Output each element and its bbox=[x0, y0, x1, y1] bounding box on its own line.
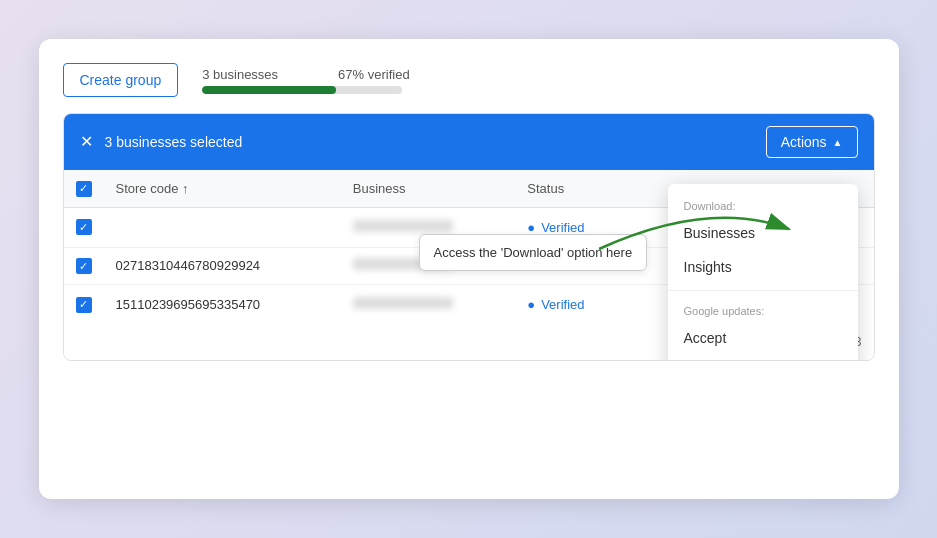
row1-checkbox-cell: ✓ bbox=[64, 207, 104, 247]
verified-icon: ● bbox=[527, 220, 535, 235]
col-status: Status bbox=[515, 170, 662, 207]
annotation-box: Access the 'Download' option here bbox=[419, 234, 648, 271]
row3-status: ● Verified bbox=[515, 285, 662, 325]
progress-bar-background bbox=[202, 86, 402, 94]
row2-checkbox-cell: ✓ bbox=[64, 247, 104, 285]
col-checkbox: ✓ bbox=[64, 170, 104, 207]
row3-business bbox=[341, 285, 516, 325]
col-business: Business bbox=[341, 170, 516, 207]
actions-label: Actions bbox=[781, 134, 827, 150]
download-section-label: Download: bbox=[668, 192, 858, 216]
row2-store-code: 02718310446780929924 bbox=[104, 247, 341, 285]
businesses-count: 3 businesses bbox=[202, 67, 278, 82]
dropdown-accept[interactable]: Accept bbox=[668, 321, 858, 355]
dropdown-discard[interactable]: Discard bbox=[668, 355, 858, 361]
verified-percent: 67% verified bbox=[338, 67, 410, 82]
row3-checkbox[interactable]: ✓ bbox=[76, 297, 92, 313]
actions-button[interactable]: Actions ▲ bbox=[766, 126, 858, 158]
annotation-text: Access the 'Download' option here bbox=[434, 245, 633, 260]
actions-dropdown: Download: Businesses Insights Google upd… bbox=[668, 184, 858, 361]
header-checkbox[interactable]: ✓ bbox=[76, 181, 92, 197]
divider-1 bbox=[668, 290, 858, 291]
row1-store-code bbox=[104, 207, 341, 247]
row2-checkbox[interactable]: ✓ bbox=[76, 258, 92, 274]
selection-text: 3 businesses selected bbox=[105, 134, 243, 150]
caret-icon: ▲ bbox=[833, 137, 843, 148]
create-group-button[interactable]: Create group bbox=[63, 63, 179, 97]
row3-store-code: 15110239695695335470 bbox=[104, 285, 341, 325]
row1-checkbox[interactable]: ✓ bbox=[76, 219, 92, 235]
close-icon[interactable]: ✕ bbox=[80, 134, 93, 150]
top-bar: Create group 3 businesses 67% verified bbox=[63, 63, 875, 97]
col-store-code[interactable]: Store code ↑ bbox=[104, 170, 341, 207]
progress-bar-fill bbox=[202, 86, 336, 94]
google-updates-label: Google updates: bbox=[668, 297, 858, 321]
selection-bar: ✕ 3 businesses selected Actions ▲ Downlo… bbox=[64, 114, 874, 170]
dropdown-businesses[interactable]: Businesses bbox=[668, 216, 858, 250]
verified-icon-3: ● bbox=[527, 297, 535, 312]
row3-checkbox-cell: ✓ bbox=[64, 285, 104, 325]
progress-section: 3 businesses 67% verified bbox=[202, 67, 409, 94]
dropdown-insights[interactable]: Insights bbox=[668, 250, 858, 284]
